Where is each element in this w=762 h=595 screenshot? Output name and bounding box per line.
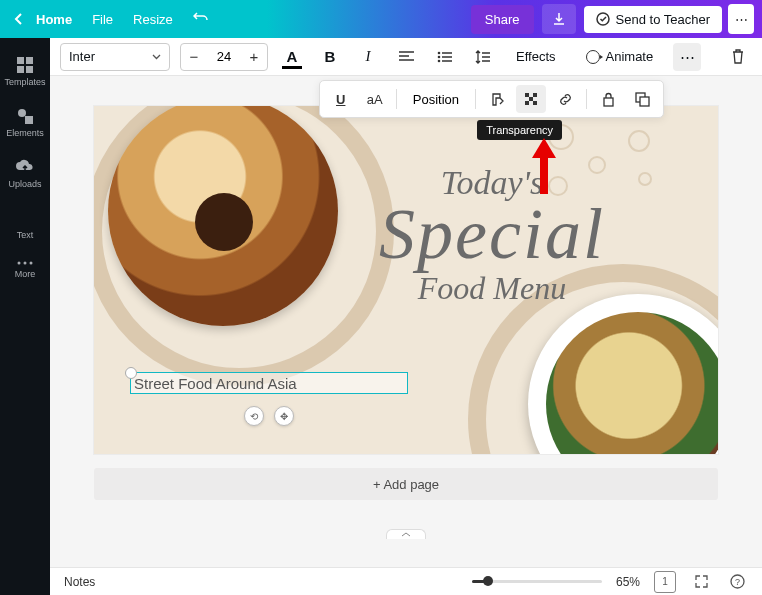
link-button[interactable] <box>550 85 580 113</box>
text-toolbar: Inter − + A B I Effects Animate ⋯ <box>50 38 762 76</box>
animate-icon <box>586 50 600 64</box>
svg-rect-13 <box>525 93 529 97</box>
svg-point-9 <box>30 262 33 265</box>
svg-point-5 <box>18 109 26 117</box>
more-top-button[interactable]: ⋯ <box>728 4 754 34</box>
transparency-tooltip: Transparency <box>477 120 562 140</box>
font-size-input[interactable] <box>207 49 241 64</box>
title-main: Special <box>342 206 642 264</box>
svg-rect-17 <box>533 101 537 105</box>
position-button[interactable]: Position <box>403 92 469 107</box>
svg-point-10 <box>437 51 440 54</box>
home-nav[interactable]: Home <box>36 12 72 27</box>
svg-rect-14 <box>533 93 537 97</box>
bottom-bar: Notes 65% 1 ? <box>50 567 762 595</box>
subtitle-2: Food Menu <box>342 270 642 307</box>
annotation-arrow <box>530 138 558 194</box>
undo-button[interactable] <box>193 11 209 28</box>
resize-nav[interactable]: Resize <box>133 12 173 27</box>
sidebar-elements[interactable]: Elements <box>0 97 50 148</box>
transparency-button[interactable] <box>516 85 546 113</box>
svg-point-12 <box>437 59 440 62</box>
title-text-group[interactable]: Today's Special Food Menu <box>342 164 642 307</box>
italic-button[interactable]: I <box>354 43 382 71</box>
food-image-1[interactable] <box>108 106 338 326</box>
underline-button[interactable]: U <box>326 85 356 113</box>
text-color-button[interactable]: A <box>278 43 306 71</box>
text-case-button[interactable]: aA <box>360 85 390 113</box>
textbox-controls: ⟲ ✥ <box>244 406 294 426</box>
sidebar-text[interactable]: Text <box>0 199 50 250</box>
design-canvas[interactable]: Today's Special Food Menu Street Food Ar… <box>94 106 718 454</box>
effects-button[interactable]: Effects <box>506 43 566 71</box>
font-size-plus[interactable]: + <box>241 44 267 70</box>
svg-text:?: ? <box>734 577 739 587</box>
svg-rect-2 <box>26 57 33 64</box>
back-button[interactable] <box>8 9 28 29</box>
selected-textbox[interactable]: Street Food Around Asia <box>130 372 408 394</box>
help-button[interactable]: ? <box>726 571 748 593</box>
svg-rect-6 <box>25 116 33 124</box>
file-nav[interactable]: File <box>92 12 113 27</box>
page-count[interactable]: 1 <box>654 571 676 593</box>
align-button[interactable] <box>392 43 420 71</box>
zoom-slider[interactable] <box>472 580 602 583</box>
animate-button[interactable]: Animate <box>576 43 664 71</box>
move-handle[interactable]: ✥ <box>274 406 294 426</box>
delete-button[interactable] <box>724 43 752 71</box>
svg-rect-20 <box>640 97 649 106</box>
svg-rect-4 <box>26 66 33 73</box>
svg-point-7 <box>18 262 21 265</box>
svg-rect-15 <box>529 97 533 101</box>
sidebar: Templates Elements Uploads Text More <box>0 38 50 595</box>
add-page-button[interactable]: + Add page <box>94 468 718 500</box>
svg-point-11 <box>437 55 440 58</box>
svg-rect-16 <box>525 101 529 105</box>
sidebar-more[interactable]: More <box>0 250 50 289</box>
sidebar-uploads[interactable]: Uploads <box>0 148 50 199</box>
fullscreen-button[interactable] <box>690 571 712 593</box>
style-copy-button[interactable] <box>482 85 512 113</box>
font-select[interactable]: Inter <box>60 43 170 71</box>
font-size-stepper[interactable]: − + <box>180 43 268 71</box>
top-bar: Home File Resize Share Send to Teacher ⋯ <box>0 0 762 38</box>
svg-point-8 <box>24 262 27 265</box>
sidebar-templates[interactable]: Templates <box>0 46 50 97</box>
bold-button[interactable]: B <box>316 43 344 71</box>
share-button[interactable]: Share <box>471 5 534 34</box>
zoom-value: 65% <box>616 575 640 589</box>
duplicate-button[interactable] <box>627 85 657 113</box>
font-size-minus[interactable]: − <box>181 44 207 70</box>
download-button[interactable] <box>542 4 576 34</box>
lock-button[interactable] <box>593 85 623 113</box>
canvas-area: Today's Special Food Menu Street Food Ar… <box>50 76 762 567</box>
collapse-handle[interactable] <box>386 529 426 539</box>
svg-rect-1 <box>17 57 24 64</box>
floating-toolbar: U aA Position <box>319 80 664 118</box>
list-button[interactable] <box>430 43 458 71</box>
spacing-button[interactable] <box>468 43 496 71</box>
svg-rect-3 <box>17 66 24 73</box>
svg-point-0 <box>597 13 609 25</box>
send-teacher-button[interactable]: Send to Teacher <box>584 6 722 33</box>
toolbar-more-button[interactable]: ⋯ <box>673 43 701 71</box>
rotate-handle[interactable]: ⟲ <box>244 406 264 426</box>
notes-button[interactable]: Notes <box>64 575 95 589</box>
svg-rect-18 <box>604 98 613 106</box>
